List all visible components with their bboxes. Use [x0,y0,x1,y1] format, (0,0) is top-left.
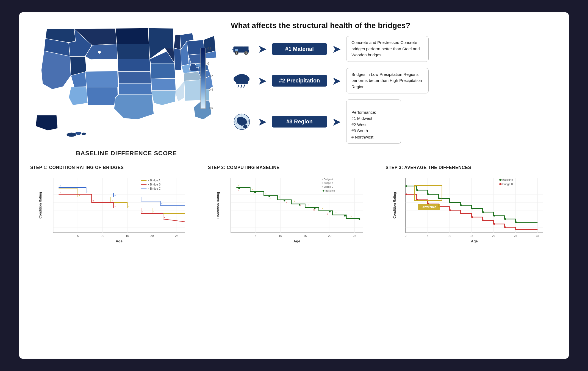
svg-point-154 [254,192,256,193]
svg-point-156 [284,200,285,201]
cloud-rain-icon [231,70,253,92]
svg-rect-59 [235,49,238,51]
svg-text:× Bridge A: × Bridge A [321,178,333,181]
svg-text:35: 35 [536,234,539,237]
svg-marker-20 [151,63,175,79]
svg-point-48 [82,132,86,135]
svg-point-47 [75,132,82,135]
svg-text:Baseline: Baseline [503,178,513,181]
svg-text:25: 25 [514,234,517,237]
svg-text:×: × [142,211,143,213]
svg-point-201 [406,193,407,195]
svg-point-195 [461,204,462,206]
arrow-3b: ➤ [332,115,341,128]
arrow-1: ➤ [258,43,267,55]
arrow-2: ➤ [258,74,267,87]
factor-label-material: #1 Material [272,43,327,55]
svg-text:Age: Age [293,239,300,243]
svg-text:× Bridge A: × Bridge A [148,179,160,182]
svg-text:○: ○ [59,184,61,187]
svg-text:15: 15 [303,234,307,237]
chart-container-1: 5 10 15 20 25 Condition Rating Age × × × [30,172,203,244]
svg-point-192 [428,193,429,195]
top-section: 0.2 0 −0.2 −0.4 −0.6 BASELINE DIFFERENCE… [30,21,558,157]
svg-point-206 [461,213,462,214]
svg-text:25: 25 [175,234,178,237]
svg-text:×: × [153,211,154,213]
svg-rect-211 [415,185,442,201]
svg-point-158 [314,207,315,209]
svg-point-165 [323,190,324,192]
factor-desc-material: Concrete and Prestressed Concrete bridge… [346,36,429,62]
svg-text:20: 20 [492,234,495,237]
us-map: 0.2 0 −0.2 −0.4 −0.6 [30,21,223,147]
factor-row-precipitation: ➤ #2 Precipitation ➤ Bridges in Low Prec… [231,68,558,94]
svg-marker-9 [85,71,118,87]
svg-text:Condition Rating: Condition Rating [38,192,42,219]
svg-text:Age: Age [471,239,478,243]
chart-container-2: 5 10 15 20 25 Condition Rating Age × × ×… [208,172,380,244]
svg-point-217 [500,183,502,185]
factor-desc-precipitation: Bridges in Low Precipitation Regions per… [346,68,429,94]
svg-text:×: × [286,201,287,204]
svg-text:0.2: 0.2 [207,47,211,50]
svg-point-159 [329,211,331,212]
svg-point-200 [515,222,517,223]
svg-point-205 [450,209,451,211]
svg-marker-21 [151,78,176,91]
svg-text:5: 5 [255,234,256,237]
chart-title-3: STEP 3: AVERAGE THE DIFFERENCES [385,165,471,170]
svg-point-207 [471,216,473,218]
chart-title-2: STEP 2: COMPUTING BASELINE [208,165,280,170]
svg-marker-24 [174,48,181,71]
arrow-3: ➤ [258,115,267,128]
svg-text:×: × [253,193,254,195]
svg-text:20: 20 [328,234,331,237]
svg-text:× Bridge C: × Bridge C [321,185,333,188]
svg-point-63 [245,52,247,54]
chart-title-1: STEP 1: CONDITION RATING OF BRIDGES [30,165,124,170]
svg-rect-49 [201,48,206,109]
factor-label-region: #3 Region [272,116,327,128]
chart-container-3: 0 5 10 15 20 25 35 Condition Rating Age [385,172,558,244]
svg-text:15: 15 [126,234,129,237]
svg-marker-57 [244,46,249,50]
svg-text:25: 25 [353,234,356,237]
svg-marker-31 [184,80,202,101]
svg-text:×: × [238,189,239,192]
svg-text:Difference: Difference [422,205,437,209]
svg-text:○: ○ [142,198,143,201]
svg-text:×: × [321,207,323,210]
chart-panel-1: STEP 1: CONDITION RATING OF BRIDGES [30,165,203,244]
svg-line-70 [241,85,242,88]
svg-point-208 [482,220,484,221]
svg-text:−0.2: −0.2 [207,74,213,77]
svg-point-157 [299,204,300,206]
svg-text:15: 15 [470,234,473,237]
factor-desc-region: Performance: #1 Midwest #2 West #3 South… [346,99,401,144]
svg-marker-11 [87,87,118,105]
svg-text:10: 10 [448,234,451,237]
factor-row-material: ➤ #1 Material ➤ Concrete and Prestressed… [231,36,558,62]
chart-panel-3: STEP 3: AVERAGE THE DIFFERENCES [385,165,558,244]
globe-icon [231,111,253,133]
svg-point-191 [417,189,418,191]
svg-text:−0.4: −0.4 [207,88,213,91]
svg-text:×: × [279,196,280,198]
svg-text:10: 10 [101,234,104,237]
svg-text:×: × [92,200,94,202]
svg-text:Baseline: Baseline [325,189,335,192]
svg-text:5: 5 [427,234,429,237]
svg-text:× Bridge B: × Bridge B [148,183,160,186]
svg-text:×: × [238,184,239,187]
panel-title: What affects the structural health of th… [231,21,558,31]
svg-text:○: ○ [161,202,162,205]
chart-svg-1: 5 10 15 20 25 Condition Rating Age × × × [30,172,203,244]
svg-text:×: × [164,216,165,219]
svg-text:20: 20 [150,234,154,237]
svg-text:×: × [59,191,61,194]
svg-text:× Bridge B: × Bridge B [321,182,333,184]
bottom-section: STEP 1: CONDITION RATING OF BRIDGES [30,162,558,244]
svg-text:×: × [350,215,352,218]
svg-line-69 [238,85,239,87]
